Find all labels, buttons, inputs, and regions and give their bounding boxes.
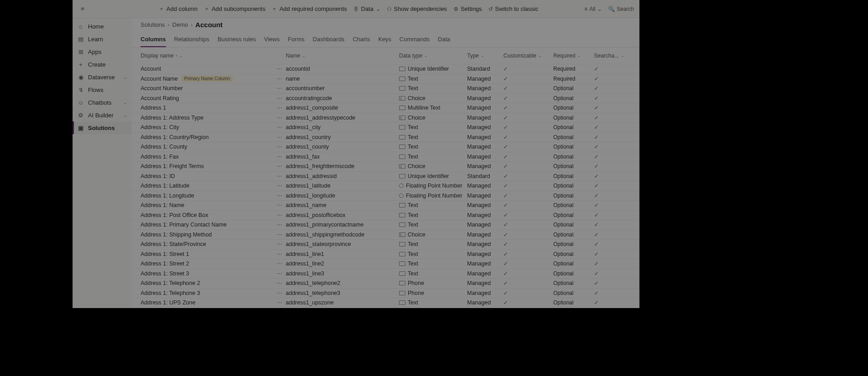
datatype-icon bbox=[399, 300, 405, 305]
more-icon[interactable]: ⋯ bbox=[277, 260, 282, 267]
data-menu[interactable]: 🛢Data⌄ bbox=[353, 5, 380, 12]
col-customizable[interactable]: Customizable⌄ bbox=[503, 53, 553, 59]
main-content: Solutions › Demo › Account ColumnsRelati… bbox=[132, 18, 639, 308]
table-row[interactable]: Address 1: Primary Contact Name⋯address1… bbox=[132, 220, 639, 230]
table-row[interactable]: Address 1: Fax⋯address1_faxTextManaged✓O… bbox=[132, 152, 639, 162]
table-row[interactable]: Address 1: UPS Zone⋯address1_upszoneText… bbox=[132, 298, 639, 308]
more-icon[interactable]: ⋯ bbox=[277, 154, 282, 160]
hamburger-icon[interactable]: ≡ bbox=[78, 5, 87, 12]
more-icon[interactable]: ⋯ bbox=[277, 66, 282, 72]
nav-item-home[interactable]: ⌂Home bbox=[73, 20, 132, 33]
more-icon[interactable]: ⋯ bbox=[277, 280, 282, 286]
tab-keys[interactable]: Keys bbox=[378, 33, 391, 47]
more-icon[interactable]: ⋯ bbox=[277, 85, 282, 92]
more-icon[interactable]: ⋯ bbox=[277, 270, 282, 277]
col-displayname[interactable]: Display name↑⌄ bbox=[141, 53, 286, 59]
cell-displayname: Address 1: Primary Contact Name bbox=[141, 222, 227, 228]
cell-displayname: Address 1: Freight Terms bbox=[141, 163, 204, 169]
table-row[interactable]: Address 1: Shipping Method⋯address1_ship… bbox=[132, 230, 639, 240]
cell-required: Optional bbox=[553, 251, 594, 257]
col-name[interactable]: Name⌄ bbox=[286, 53, 399, 59]
more-icon[interactable]: ⋯ bbox=[277, 183, 282, 189]
breadcrumb-level[interactable]: Demo bbox=[172, 21, 188, 28]
add-subcomponents-button[interactable]: ＋Add subcomponents bbox=[204, 5, 266, 13]
col-type[interactable]: Type⌄ bbox=[467, 53, 503, 59]
more-icon[interactable]: ⋯ bbox=[277, 105, 282, 111]
cell-required: Optional bbox=[553, 202, 594, 208]
add-column-button[interactable]: ＋Add column bbox=[159, 5, 198, 13]
tab-data[interactable]: Data bbox=[438, 33, 450, 47]
table-row[interactable]: Address 1: Name⋯address1_nameTextManaged… bbox=[132, 200, 639, 210]
table-row[interactable]: Account Rating⋯accountratingcodeChoiceMa… bbox=[132, 93, 639, 103]
filter-all-button[interactable]: ≡All⌄ bbox=[585, 6, 602, 12]
more-icon[interactable]: ⋯ bbox=[277, 124, 282, 130]
tab-relationships[interactable]: Relationships bbox=[174, 33, 210, 47]
table-row[interactable]: Account Number⋯accountnumberTextManaged✓… bbox=[132, 83, 639, 93]
more-icon[interactable]: ⋯ bbox=[277, 290, 282, 296]
table-row[interactable]: Address 1: ID⋯address1_addressidUnique I… bbox=[132, 171, 639, 181]
cell-searchable: ✓ bbox=[594, 76, 635, 82]
table-row[interactable]: Address 1: Post Office Box⋯address1_post… bbox=[132, 210, 639, 220]
table-row[interactable]: Address 1⋯address1_compositeMultiline Te… bbox=[132, 103, 639, 113]
more-icon[interactable]: ⋯ bbox=[277, 115, 282, 121]
table-row[interactable]: Address 1: Telephone 2⋯address1_telephon… bbox=[132, 278, 639, 288]
more-icon[interactable]: ⋯ bbox=[277, 163, 282, 169]
breadcrumb-root[interactable]: Solutions bbox=[141, 21, 165, 28]
tab-dashboards[interactable]: Dashboards bbox=[313, 33, 345, 47]
more-icon[interactable]: ⋯ bbox=[277, 173, 282, 179]
nav-item-apps[interactable]: ⊞Apps bbox=[73, 45, 132, 58]
nav-item-dataverse[interactable]: ◉Dataverse⌄ bbox=[73, 71, 132, 83]
tab-views[interactable]: Views bbox=[264, 33, 279, 47]
more-icon[interactable]: ⋯ bbox=[277, 193, 282, 199]
table-row[interactable]: Address 1: Street 3⋯address1_line3TextMa… bbox=[132, 269, 639, 279]
more-icon[interactable]: ⋯ bbox=[277, 202, 282, 208]
more-icon[interactable]: ⋯ bbox=[277, 231, 282, 238]
col-searchable[interactable]: Searcha...⌄ bbox=[594, 53, 635, 59]
col-required[interactable]: Required⌄ bbox=[553, 53, 594, 59]
cell-displayname: Address 1: Street 3 bbox=[141, 270, 189, 277]
col-datatype[interactable]: Data type⌄ bbox=[399, 53, 467, 59]
more-icon[interactable]: ⋯ bbox=[277, 95, 282, 101]
more-icon[interactable]: ⋯ bbox=[277, 144, 282, 150]
cell-type: Managed bbox=[467, 183, 503, 189]
table-row[interactable]: Address 1: Street 1⋯address1_line1TextMa… bbox=[132, 249, 639, 259]
cell-datatype: Choice bbox=[408, 231, 425, 238]
add-required-button[interactable]: ＋Add required components bbox=[272, 5, 347, 13]
more-icon[interactable]: ⋯ bbox=[277, 222, 282, 228]
more-icon[interactable]: ⋯ bbox=[277, 299, 282, 306]
more-icon[interactable]: ⋯ bbox=[277, 251, 282, 257]
tab-forms[interactable]: Forms bbox=[288, 33, 305, 47]
nav-item-ai-builder[interactable]: ⚙AI Builder⌄ bbox=[73, 109, 132, 121]
more-icon[interactable]: ⋯ bbox=[277, 76, 282, 82]
more-icon[interactable]: ⋯ bbox=[277, 212, 282, 218]
show-deps-button[interactable]: ⚇Show dependencies bbox=[387, 5, 447, 12]
table-row[interactable]: Address 1: County⋯address1_countyTextMan… bbox=[132, 142, 639, 152]
settings-button[interactable]: ⚙Settings bbox=[454, 5, 482, 12]
datatype-icon bbox=[399, 193, 404, 198]
table-row[interactable]: Address 1: Telephone 3⋯address1_telephon… bbox=[132, 288, 639, 298]
chevron-down-icon: ⌄ bbox=[538, 53, 542, 58]
switch-classic-button[interactable]: ↺Switch to classic bbox=[488, 5, 538, 12]
tab-commands[interactable]: Commands bbox=[400, 33, 429, 47]
tab-charts[interactable]: Charts bbox=[353, 33, 370, 47]
nav-item-create[interactable]: +Create bbox=[73, 58, 132, 71]
table-row[interactable]: Address 1: Latitude⋯address1_latitudeFlo… bbox=[132, 181, 639, 191]
tab-business-rules[interactable]: Business rules bbox=[218, 33, 256, 47]
table-row[interactable]: Address 1: Freight Terms⋯address1_freigh… bbox=[132, 161, 639, 171]
table-row[interactable]: Address 1: State/Province⋯address1_state… bbox=[132, 239, 639, 249]
search-button[interactable]: 🔍Search bbox=[608, 6, 634, 12]
nav-item-solutions[interactable]: ▣Solutions bbox=[73, 121, 132, 134]
table-row[interactable]: Address 1: Address Type⋯address1_address… bbox=[132, 113, 639, 123]
table-row[interactable]: Address 1: Longitude⋯address1_longitudeF… bbox=[132, 191, 639, 201]
table-row[interactable]: Address 1: Country/Region⋯address1_count… bbox=[132, 132, 639, 142]
more-icon[interactable]: ⋯ bbox=[277, 134, 282, 140]
table-row[interactable]: Account NamePrimary Name Column⋯nameText… bbox=[132, 74, 639, 84]
nav-item-flows[interactable]: ↯Flows bbox=[73, 83, 132, 96]
tab-columns[interactable]: Columns bbox=[141, 33, 166, 47]
table-row[interactable]: Account⋯accountidUnique IdentifierStanda… bbox=[132, 64, 639, 74]
table-row[interactable]: Address 1: City⋯address1_cityTextManaged… bbox=[132, 122, 639, 132]
table-row[interactable]: Address 1: Street 2⋯address1_line2TextMa… bbox=[132, 259, 639, 269]
nav-item-learn[interactable]: ▤Learn bbox=[73, 33, 132, 45]
more-icon[interactable]: ⋯ bbox=[277, 241, 282, 247]
nav-item-chatbots[interactable]: ☺Chatbots⌄ bbox=[73, 96, 132, 109]
